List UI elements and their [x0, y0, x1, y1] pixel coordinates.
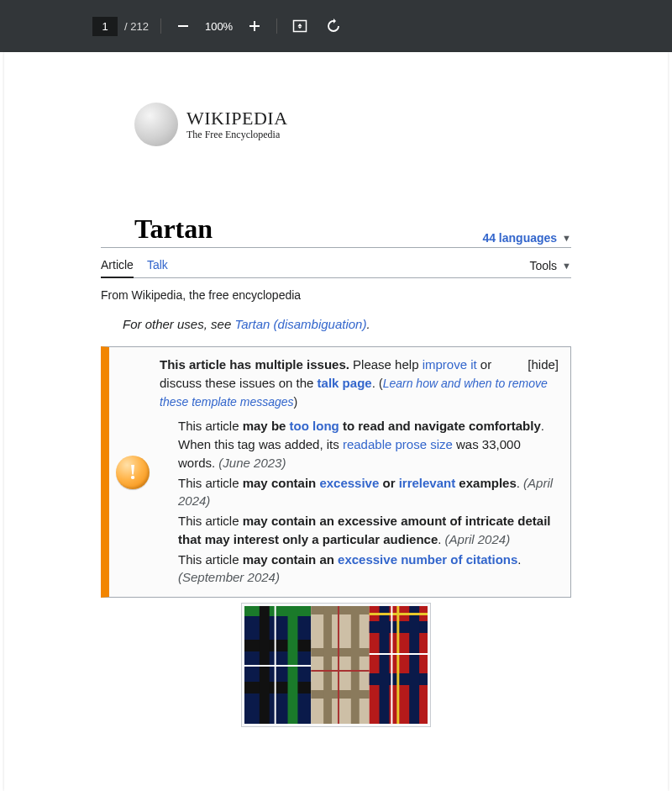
plus-icon — [248, 19, 261, 33]
warning-icon: ! — [116, 456, 150, 489]
languages-link[interactable]: 44 languages ▼ — [482, 231, 571, 245]
svg-rect-19 — [311, 670, 369, 672]
tagline: The Free Encyclopedia — [186, 129, 288, 141]
tab-article[interactable]: Article — [101, 258, 134, 278]
talk-page-link[interactable]: talk page — [318, 376, 372, 390]
tools-menu[interactable]: Tools ▼ — [529, 258, 571, 277]
citations-link[interactable]: excessive number of citations — [338, 552, 517, 567]
svg-rect-27 — [370, 653, 428, 655]
minus-icon — [176, 19, 190, 33]
tools-label: Tools — [529, 259, 557, 272]
pdf-toolbar: / 212 100% — [0, 0, 672, 52]
article-subtitle: From Wikipedia, the free encyclopedia — [101, 288, 571, 302]
globe-icon — [134, 103, 178, 146]
document-page: WIKIPEDIA The Free Encyclopedia Tartan 4… — [4, 52, 668, 791]
rotate-button[interactable] — [323, 15, 344, 37]
improve-link[interactable]: improve it — [423, 357, 477, 372]
svg-rect-17 — [351, 606, 360, 724]
svg-rect-2 — [254, 21, 255, 31]
lead-image — [241, 603, 431, 727]
disambiguation-link[interactable]: Tartan (disambiguation) — [234, 317, 366, 331]
svg-rect-23 — [380, 606, 390, 724]
chevron-down-icon: ▼ — [562, 233, 571, 243]
zoom-in-button[interactable] — [244, 16, 265, 36]
tab-talk[interactable]: Talk — [147, 258, 168, 277]
article-tabs: Article Talk Tools ▼ — [101, 258, 571, 278]
svg-rect-13 — [311, 606, 369, 614]
fit-page-button[interactable] — [289, 15, 311, 37]
page-count: / 212 — [124, 20, 149, 33]
zoom-out-button[interactable] — [173, 16, 193, 36]
excessive-link[interactable]: excessive — [319, 476, 379, 490]
svg-rect-26 — [396, 606, 399, 724]
wikipedia-logo: WIKIPEDIA The Free Encyclopedia — [134, 103, 571, 146]
svg-rect-15 — [311, 690, 369, 699]
svg-rect-14 — [311, 648, 369, 657]
svg-rect-12 — [311, 606, 369, 724]
svg-rect-18 — [338, 606, 339, 724]
irrelevant-link[interactable]: irrelevant — [399, 476, 456, 490]
page-title: Tartan — [134, 214, 213, 245]
separator — [276, 18, 277, 34]
hatnote: For other uses, see Tartan (disambiguati… — [123, 317, 571, 331]
languages-label: 44 languages — [482, 231, 557, 245]
separator — [160, 18, 161, 34]
prose-size-link[interactable]: readable prose size — [343, 437, 453, 451]
hide-button[interactable]: [hide] — [528, 356, 559, 374]
issues-box: ! [hide] This article has multiple issue… — [101, 346, 571, 598]
svg-rect-24 — [409, 606, 419, 724]
svg-rect-7 — [244, 682, 311, 693]
tartan-image — [244, 606, 428, 724]
rotate-icon — [326, 18, 341, 34]
svg-rect-11 — [244, 665, 311, 667]
svg-rect-6 — [244, 640, 311, 651]
svg-rect-0 — [178, 25, 188, 27]
issues-body: [hide] This article has multiple issues.… — [160, 356, 559, 588]
svg-rect-5 — [244, 606, 311, 616]
wordmark: WIKIPEDIA — [186, 108, 288, 129]
too-long-link[interactable]: too long — [290, 419, 339, 433]
svg-rect-28 — [391, 606, 392, 724]
chevron-down-icon: ▼ — [562, 261, 571, 271]
page-number-input[interactable] — [92, 17, 118, 36]
fit-icon — [292, 18, 307, 34]
svg-rect-16 — [323, 606, 332, 724]
zoom-level: 100% — [205, 20, 233, 33]
